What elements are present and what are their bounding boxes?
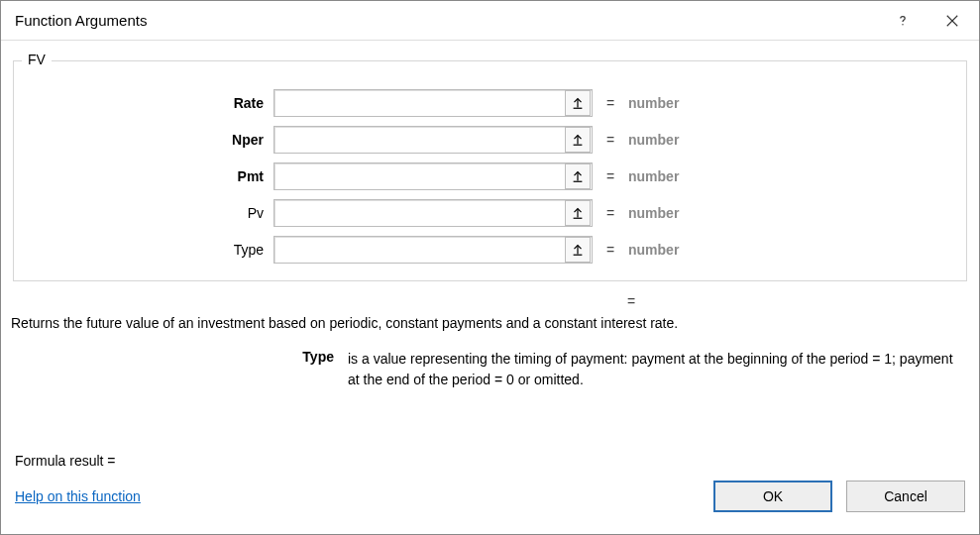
type-input[interactable] <box>274 238 564 262</box>
arg-label: Rate <box>26 95 273 111</box>
svg-point-0 <box>902 23 903 24</box>
cancel-button[interactable]: Cancel <box>846 481 965 512</box>
arg-input-wrap <box>273 199 593 227</box>
spacer <box>11 390 969 447</box>
range-picker-icon[interactable] <box>565 200 591 226</box>
arg-row-pmt: Pmt = number <box>26 159 954 194</box>
help-icon[interactable] <box>878 2 927 40</box>
help-link[interactable]: Help on this function <box>15 488 141 504</box>
range-picker-icon[interactable] <box>565 163 591 189</box>
arg-input-wrap <box>273 162 593 190</box>
arg-help-text: is a value representing the timing of pa… <box>348 349 959 390</box>
pmt-input[interactable] <box>274 164 564 188</box>
equals-sign: = <box>593 205 628 221</box>
formula-result-label: Formula result = <box>15 453 116 469</box>
dialog-title: Function Arguments <box>15 12 878 29</box>
arg-result: number <box>628 132 679 148</box>
nper-input[interactable] <box>274 128 564 152</box>
arg-row-rate: Rate = number <box>26 85 954 121</box>
equals-sign: = <box>593 132 628 148</box>
equals-sign: = <box>593 168 628 184</box>
equals-sign: = <box>593 95 628 111</box>
function-arguments-dialog: Function Arguments FV Rate <box>0 0 980 535</box>
arg-label: Type <box>26 242 273 258</box>
titlebar: Function Arguments <box>1 1 979 41</box>
arg-label: Nper <box>26 132 273 148</box>
range-picker-icon[interactable] <box>565 127 591 153</box>
arg-result: number <box>628 205 679 221</box>
range-picker-icon[interactable] <box>565 237 591 263</box>
arg-input-wrap <box>273 89 593 117</box>
arg-row-type: Type = number <box>26 232 954 268</box>
arg-label: Pv <box>26 205 273 221</box>
overall-result-row: = <box>11 289 969 313</box>
range-picker-icon[interactable] <box>565 90 591 116</box>
arg-label: Pmt <box>26 168 273 184</box>
formula-result-row: Formula result = <box>11 447 969 475</box>
arg-input-wrap <box>273 126 593 154</box>
function-description: Returns the future value of an investmen… <box>11 313 969 331</box>
pv-input[interactable] <box>274 201 564 225</box>
arg-result: number <box>628 242 679 258</box>
rate-input[interactable] <box>274 91 564 115</box>
arg-row-pv: Pv = number <box>26 195 954 231</box>
arg-input-wrap <box>273 236 593 264</box>
arg-row-nper: Nper = number <box>26 122 954 158</box>
arg-result: number <box>628 168 679 184</box>
dialog-body: FV Rate = number Nper <box>1 41 979 534</box>
function-name: FV <box>22 52 52 67</box>
ok-button[interactable]: OK <box>713 481 832 512</box>
arg-help-label: Type <box>21 349 348 390</box>
arg-result: number <box>628 95 679 111</box>
equals-sign: = <box>593 242 628 258</box>
function-fieldset: FV Rate = number Nper <box>13 60 967 281</box>
arg-help: Type is a value representing the timing … <box>11 331 969 390</box>
footer: Help on this function OK Cancel <box>11 475 969 524</box>
close-icon[interactable] <box>927 2 977 40</box>
equals-sign: = <box>613 293 649 309</box>
